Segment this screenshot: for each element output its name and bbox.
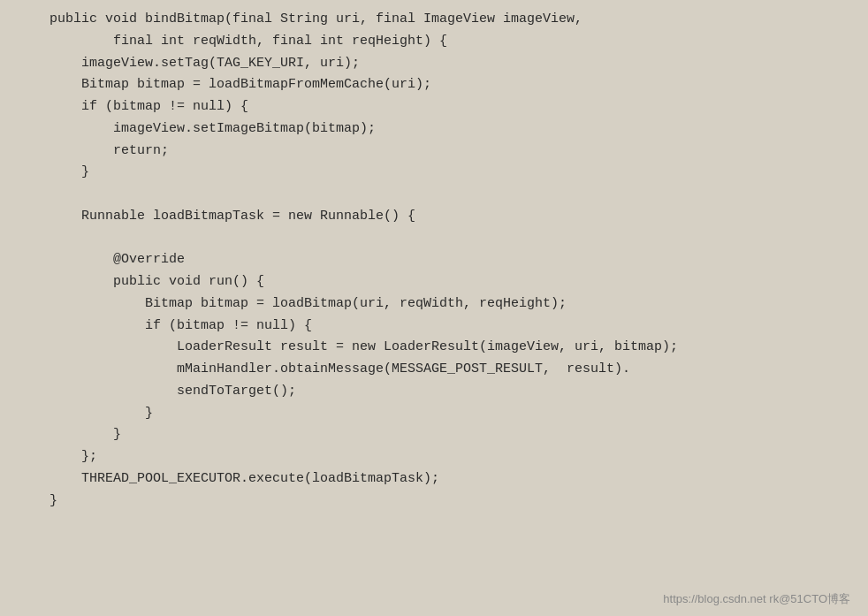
code-line: } xyxy=(18,424,850,446)
watermark: https://blog.csdn.net rk@51CTO博客 xyxy=(663,590,850,609)
code-container: public void bindBitmap(final String uri,… xyxy=(0,0,868,616)
code-line: return; xyxy=(18,141,850,163)
code-line: } xyxy=(18,491,850,513)
code-line: sendToTarget(); xyxy=(18,381,850,403)
code-line: imageView.setImageBitmap(bitmap); xyxy=(18,118,850,141)
code-line: public void bindBitmap(final String uri,… xyxy=(18,9,850,31)
code-line: if (bitmap != null) { xyxy=(18,316,850,338)
code-line: THREAD_POOL_EXECUTOR.execute(loadBitmapT… xyxy=(18,468,850,491)
code-line xyxy=(18,228,850,250)
code-line: } xyxy=(18,162,850,184)
code-line: Runnable loadBitmapTask = new Runnable()… xyxy=(18,206,850,228)
code-line: @Override xyxy=(18,249,850,271)
code-line: if (bitmap != null) { xyxy=(18,96,850,118)
code-line: }; xyxy=(18,446,850,468)
code-line xyxy=(18,184,850,206)
code-line: LoaderResult result = new LoaderResult(i… xyxy=(18,337,850,359)
code-line: Bitmap bitmap = loadBitmapFromMemCache(u… xyxy=(18,74,850,96)
code-block: public void bindBitmap(final String uri,… xyxy=(18,9,850,512)
code-line: } xyxy=(18,403,850,425)
code-line: final int reqWidth, final int reqHeight)… xyxy=(18,31,850,53)
code-line: imageView.setTag(TAG_KEY_URI, uri); xyxy=(18,53,850,75)
code-line: public void run() { xyxy=(18,271,850,293)
code-line: mMainHandler.obtainMessage(MESSAGE_POST_… xyxy=(18,359,850,381)
code-line: Bitmap bitmap = loadBitmap(uri, reqWidth… xyxy=(18,293,850,316)
